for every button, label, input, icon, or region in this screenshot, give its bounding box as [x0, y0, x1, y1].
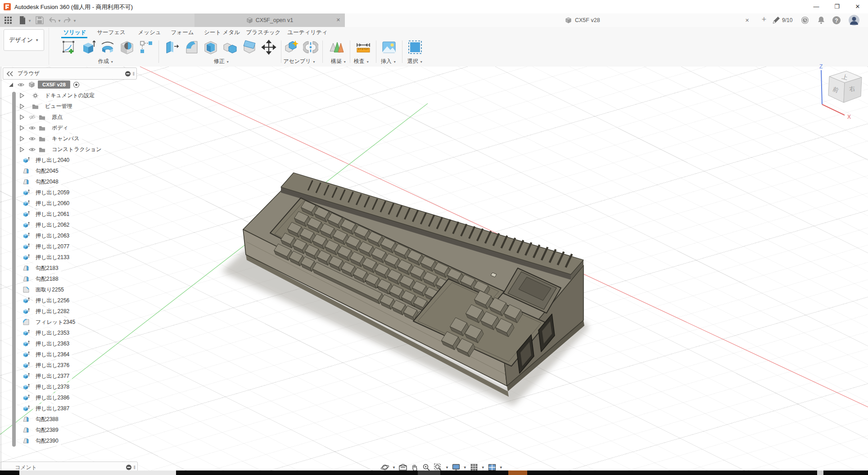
create-sketch-button[interactable] [61, 40, 77, 55]
feature-label[interactable]: 面取り2255 [33, 285, 67, 295]
viewports-caret[interactable]: ▼ [499, 466, 503, 470]
feature-label[interactable]: 勾配2389 [33, 426, 61, 435]
joint-button[interactable] [303, 40, 318, 55]
ribbon-tab-surface[interactable]: サーフェス [97, 29, 126, 36]
file-menu-caret[interactable]: ▼ [28, 19, 32, 23]
feature-row[interactable]: 押し出し2040 [0, 155, 72, 166]
undo-icon[interactable] [48, 16, 57, 25]
feature-row[interactable]: 勾配2045 [0, 166, 61, 176]
hole-button[interactable] [119, 40, 135, 55]
job-status-pencil-icon[interactable] [772, 15, 781, 25]
construction-plane-button[interactable] [329, 40, 344, 55]
extrude-button[interactable] [81, 40, 96, 55]
ribbon-tab-mesh[interactable]: メッシュ [138, 29, 161, 36]
feature-row[interactable]: 押し出し2256 [0, 295, 72, 306]
measure-button[interactable] [356, 40, 371, 55]
press-pull-button[interactable] [164, 40, 180, 55]
feature-row[interactable]: 勾配2048 [0, 176, 61, 187]
feature-row[interactable]: 押し出し2060 [0, 198, 72, 209]
expand-triangle-icon[interactable] [19, 136, 25, 142]
feature-row[interactable]: 押し出し2282 [0, 306, 72, 317]
folder-label[interactable]: キャンバス [49, 134, 82, 143]
folder-label[interactable]: ボディ [49, 123, 71, 133]
feature-row[interactable]: 押し出し2133 [0, 252, 72, 263]
folder-label[interactable]: ビュー管理 [42, 102, 75, 111]
pattern-button[interactable] [139, 40, 154, 55]
cx5f-keyboard-model[interactable] [243, 173, 584, 397]
feature-row[interactable]: 押し出し2077 [0, 241, 72, 252]
insert-button[interactable] [381, 40, 397, 55]
feature-row[interactable]: 押し出し2364 [0, 349, 72, 360]
redo-icon[interactable] [63, 16, 72, 25]
fit-caret[interactable]: ▼ [445, 466, 449, 470]
group-label-insert[interactable]: 挿入 ▼ [381, 58, 396, 65]
expand-triangle-icon[interactable] [19, 125, 25, 131]
redo-caret[interactable]: ▼ [73, 19, 77, 23]
feature-label[interactable]: 押し出し2133 [33, 253, 72, 262]
feature-label[interactable]: 勾配2183 [33, 264, 61, 273]
feature-row[interactable]: 勾配2183 [0, 263, 61, 273]
feature-row[interactable]: 押し出し2376 [0, 360, 72, 371]
feature-label[interactable]: 押し出し2060 [33, 199, 72, 208]
move-button[interactable] [261, 40, 276, 55]
browser-folder-row[interactable]: ビュー管理 [0, 101, 75, 112]
feature-label[interactable]: 押し出し2059 [33, 188, 72, 197]
visibility-eye-icon[interactable] [18, 81, 24, 88]
folder-label[interactable]: コンストラクション [49, 145, 104, 154]
feature-label[interactable]: 勾配2390 [33, 436, 61, 446]
feature-row[interactable]: 面取り2255 [0, 284, 67, 295]
feature-label[interactable]: 押し出し2364 [33, 350, 72, 359]
group-label-inspect[interactable]: 検査 ▼ [354, 58, 369, 65]
feature-label[interactable]: 押し出し2256 [33, 296, 72, 305]
expand-triangle-icon[interactable] [19, 147, 25, 152]
expand-triangle-icon[interactable] [19, 103, 25, 109]
visibility-eye-icon[interactable] [29, 146, 36, 153]
document-tab-active[interactable]: CX5F v28 [565, 13, 600, 27]
feature-row[interactable]: 押し出し2063 [0, 230, 72, 241]
feature-label[interactable]: 勾配2045 [33, 166, 61, 176]
collapse-panel-icon[interactable] [7, 71, 13, 76]
new-component-button[interactable] [284, 40, 299, 55]
expand-triangle-icon[interactable] [8, 82, 14, 88]
combine-button[interactable] [222, 40, 238, 55]
panel-grip-handle[interactable]: ‖ [132, 71, 135, 76]
history-clock-icon[interactable] [800, 15, 809, 25]
feature-label[interactable]: 勾配2188 [33, 274, 61, 284]
visibility-eye-off-icon[interactable] [29, 114, 36, 121]
expand-triangle-icon[interactable] [19, 93, 25, 99]
feature-row[interactable]: フィレット2345 [0, 317, 78, 327]
feature-row[interactable]: 押し出し2353 [0, 327, 72, 338]
document-tab-inactive[interactable]: CX5F_open v1 ✕ [194, 13, 345, 27]
ribbon-tab-plastic[interactable]: プラスチック [246, 29, 281, 36]
file-menu-icon[interactable] [18, 16, 27, 25]
activate-component-radio[interactable] [73, 81, 80, 88]
browser-root-row[interactable]: CX5F v28 [0, 79, 80, 90]
group-label-create[interactable]: 作成 ▼ [98, 58, 113, 65]
feature-label[interactable]: 勾配2388 [33, 415, 61, 424]
select-button[interactable] [407, 40, 423, 55]
group-label-assemble[interactable]: アセンブリ ▼ [283, 58, 316, 65]
account-avatar[interactable] [848, 14, 860, 26]
feature-label[interactable]: 押し出し2386 [33, 393, 72, 403]
app-launcher-icon[interactable] [4, 16, 13, 25]
revolve-button[interactable] [100, 40, 115, 55]
active-tab-close-icon[interactable]: ✕ [745, 18, 749, 23]
feature-row[interactable]: 勾配2390 [0, 435, 61, 446]
feature-label[interactable]: 押し出し2062 [33, 220, 72, 230]
ribbon-tab-solid[interactable]: ソリッド [63, 29, 86, 36]
help-icon[interactable]: ? [832, 15, 841, 25]
browser-folder-row[interactable]: 原点 [0, 112, 65, 122]
feature-row[interactable]: 押し出し2062 [0, 220, 72, 230]
panel-opacity-icon[interactable] [126, 464, 132, 471]
3d-viewport[interactable]: ブラウザ ‖ CX5F v28 [0, 67, 868, 471]
feature-label[interactable]: 押し出し2282 [33, 307, 72, 316]
grid-caret[interactable]: ▼ [481, 466, 485, 470]
visibility-eye-icon[interactable] [29, 125, 36, 131]
group-label-construct[interactable]: 構築 ▼ [331, 58, 346, 65]
expand-triangle-icon[interactable] [19, 114, 25, 120]
feature-label[interactable]: 押し出し2377 [33, 372, 72, 381]
feature-label[interactable]: 押し出し2376 [33, 361, 72, 370]
close-button[interactable]: ✕ [847, 0, 868, 13]
group-label-select[interactable]: 選択 ▼ [407, 58, 423, 65]
feature-label[interactable]: 勾配2048 [33, 177, 61, 187]
